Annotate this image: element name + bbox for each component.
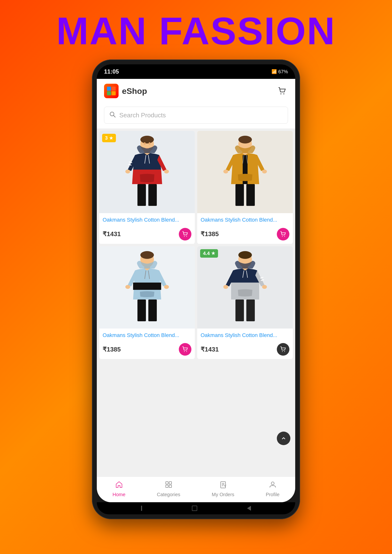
phone-screen: eShop Search Products	[97, 79, 295, 502]
nav-categories-label: Categories	[157, 492, 180, 497]
svg-point-33	[262, 170, 267, 173]
svg-point-47	[186, 351, 187, 352]
product-info-1: Oakmans Stylish Cotton Blend...	[99, 213, 195, 228]
svg-point-22	[184, 236, 185, 237]
nav-home[interactable]: Home	[113, 481, 125, 497]
svg-rect-30	[235, 184, 244, 206]
status-icons: 📶 67%	[271, 69, 288, 75]
rating-value-4: 4.4	[203, 251, 210, 256]
categories-icon	[165, 481, 173, 490]
status-time: 11:05	[104, 68, 119, 75]
svg-point-32	[223, 170, 228, 173]
svg-point-57	[223, 285, 228, 289]
product-card-2[interactable]: Oakmans Stylish Cotton Blend... ₹1385	[197, 131, 293, 244]
bottom-navigation: Home Categories	[97, 477, 295, 502]
svg-point-25	[238, 136, 252, 143]
svg-rect-0	[107, 87, 111, 91]
product-image-3	[99, 246, 195, 329]
svg-point-6	[110, 112, 114, 116]
svg-point-35	[284, 236, 285, 237]
app-logo-area: eShop	[104, 84, 147, 98]
svg-rect-15	[137, 184, 146, 206]
svg-point-49	[238, 251, 252, 259]
product-image-4: 4.4 ★	[197, 246, 293, 329]
phone-frame: 11:05 📶 67% eShop	[92, 60, 300, 519]
svg-point-69	[271, 482, 274, 485]
svg-point-18	[164, 170, 169, 173]
product-card-1[interactable]: 3 ★	[99, 131, 195, 244]
add-cart-btn-1[interactable]	[179, 228, 191, 240]
svg-point-9	[140, 136, 154, 143]
svg-rect-62	[169, 482, 172, 484]
product-card-3[interactable]: Oakmans Stylish Cotton Blend... ₹1385	[99, 246, 195, 359]
gesture-square	[192, 506, 197, 511]
gesture-lines	[141, 506, 142, 511]
products-grid: 3 ★	[99, 131, 293, 359]
add-cart-btn-4[interactable]	[277, 343, 289, 356]
add-cart-btn-3[interactable]	[179, 343, 191, 356]
status-bar: 11:05 📶 67%	[97, 64, 295, 79]
product-card-4[interactable]: 4.4 ★	[197, 246, 293, 359]
product-image-1: 3 ★	[99, 131, 195, 213]
scroll-top-button[interactable]	[277, 432, 290, 445]
svg-rect-64	[169, 485, 172, 487]
nav-orders-label: My Orders	[212, 492, 234, 497]
svg-point-23	[186, 236, 187, 237]
product-info-4: Oakmans Stylish Cotton Blend...	[197, 329, 293, 343]
svg-rect-56	[246, 299, 255, 321]
svg-point-17	[125, 170, 130, 173]
svg-rect-43	[148, 299, 157, 321]
svg-rect-39	[133, 283, 161, 290]
svg-rect-61	[166, 482, 168, 484]
add-cart-btn-2[interactable]	[277, 228, 289, 240]
page-title: MAN FASSION	[56, 10, 336, 52]
search-bar[interactable]: Search Products	[104, 107, 288, 124]
product-title-1: Oakmans Stylish Cotton Blend...	[103, 217, 191, 224]
product-title-4: Oakmans Stylish Cotton Blend...	[201, 332, 289, 339]
profile-icon	[269, 481, 277, 490]
svg-point-37	[140, 251, 154, 259]
nav-orders[interactable]: My Orders	[212, 481, 234, 497]
orders-icon	[219, 481, 227, 490]
battery-icon: 67%	[278, 69, 288, 75]
product-price-row-4: ₹1431	[197, 343, 293, 359]
svg-point-46	[184, 351, 185, 352]
product-title-3: Oakmans Stylish Cotton Blend...	[103, 332, 191, 339]
rating-badge-1: 3 ★	[102, 134, 116, 142]
product-price-row-1: ₹1431	[99, 228, 195, 244]
search-placeholder-text: Search Products	[119, 112, 166, 119]
nav-categories[interactable]: Categories	[157, 481, 180, 497]
nav-home-label: Home	[113, 492, 125, 497]
product-info-2: Oakmans Stylish Cotton Blend...	[197, 213, 293, 228]
rating-value-1: 3	[105, 135, 108, 141]
product-price-row-3: ₹1385	[99, 343, 195, 359]
product-title-2: Oakmans Stylish Cotton Blend...	[201, 217, 289, 224]
svg-point-60	[284, 351, 285, 352]
product-price-4: ₹1431	[201, 346, 219, 353]
svg-point-5	[283, 93, 284, 94]
phone-gesture-bar	[97, 502, 295, 514]
star-icon-1: ★	[109, 135, 113, 141]
app-logo	[104, 84, 119, 98]
svg-rect-31	[246, 184, 255, 206]
home-icon	[115, 481, 123, 490]
svg-rect-42	[137, 299, 146, 321]
search-bar-container: Search Products	[97, 103, 295, 128]
nav-profile[interactable]: Profile	[266, 481, 279, 497]
svg-point-59	[282, 351, 283, 352]
svg-point-44	[125, 285, 130, 289]
star-icon-4: ★	[211, 251, 215, 256]
svg-rect-63	[166, 485, 168, 487]
signal-icon: 📶	[271, 69, 277, 74]
svg-point-45	[164, 285, 169, 289]
notch	[181, 67, 211, 76]
gesture-back	[247, 506, 251, 511]
cart-button[interactable]	[276, 85, 288, 97]
svg-rect-3	[112, 91, 116, 95]
app-header: eShop	[97, 79, 295, 103]
svg-point-20	[149, 142, 151, 145]
svg-point-34	[282, 236, 283, 237]
product-price-1: ₹1431	[103, 230, 121, 238]
product-image-2	[197, 131, 293, 213]
svg-point-58	[262, 285, 267, 289]
